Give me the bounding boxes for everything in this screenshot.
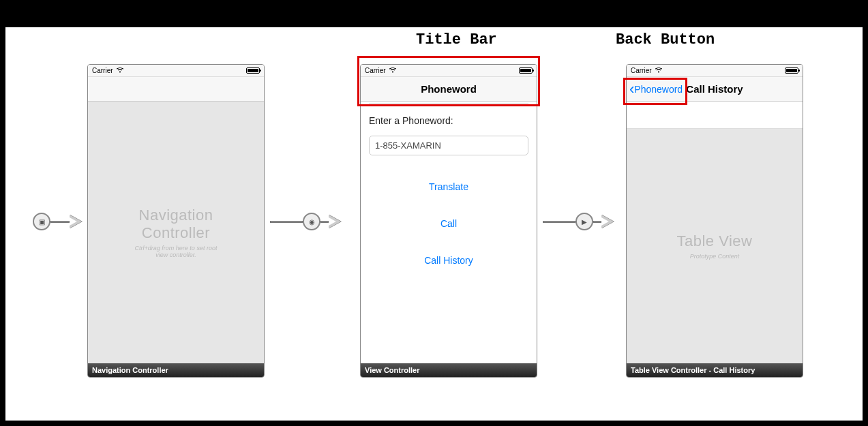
nav-bar-phoneword: Phoneword [361,77,537,102]
nav-controller-placeholder-sub: Ctrl+drag from here to set root view con… [132,245,220,258]
translate-button[interactable]: Translate [429,181,468,192]
annotation-title-bar: Title Bar [416,31,497,48]
wifi-icon [116,67,124,74]
battery-icon [519,67,533,74]
segue-root[interactable]: ◉ [270,213,341,230]
chevron-left-icon: ‹ [629,82,634,97]
storyboard-canvas: Title Bar Back Button ▣ Carrier Navigati… [5,27,863,421]
back-button[interactable]: ‹ Phoneword [629,82,683,97]
carrier-label: Carrier [92,67,113,74]
call-button[interactable]: Call [440,218,457,229]
entry-point-icon: ▣ [33,213,50,230]
scene-footer: View Controller [361,363,537,377]
nav-title: Phoneword [421,83,477,95]
nav-bar-call-history: ‹ Phoneword Call History [627,77,803,102]
tableview-placeholder-title: Table View [677,232,753,250]
tableview-body: Table View Prototype Content [627,102,803,363]
screen-table-view-controller: Carrier ‹ Phoneword Call History Table V… [626,64,803,378]
nav-controller-placeholder-title: Navigation Controller [132,207,220,242]
battery-icon [246,67,260,74]
segue-push[interactable]: ▶ [543,213,614,230]
screen-navigation-controller: Carrier Navigation Controller Ctrl+drag … [87,64,265,378]
phoneword-input[interactable] [369,136,528,155]
screen-view-controller: Carrier Phoneword Enter a Phoneword: Tra… [360,64,537,378]
status-bar: Carrier [627,65,803,77]
call-history-button[interactable]: Call History [424,255,473,266]
back-button-label: Phoneword [634,84,683,95]
wifi-icon [655,67,663,74]
enter-phoneword-label: Enter a Phoneword: [369,115,453,126]
status-bar: Carrier [361,65,537,77]
annotation-back-button: Back Button [616,31,715,48]
status-bar: Carrier [88,65,264,77]
table-row[interactable] [627,102,803,129]
carrier-label: Carrier [365,67,386,74]
tableview-placeholder-sub: Prototype Content [677,253,753,260]
phoneword-body: Enter a Phoneword: Translate Call Call H… [361,102,537,363]
nav-controller-body: Navigation Controller Ctrl+drag from her… [88,102,264,363]
scene-footer: Navigation Controller [88,363,264,377]
battery-icon [785,67,798,74]
nav-title: Call History [686,83,743,95]
scene-footer: Table View Controller - Call History [627,363,803,377]
wifi-icon [389,67,397,74]
nav-bar-empty [88,77,264,102]
segue-root-icon: ◉ [303,213,320,230]
entry-point-arrow: ▣ [33,213,82,230]
carrier-label: Carrier [631,67,652,74]
segue-push-icon: ▶ [575,213,593,230]
